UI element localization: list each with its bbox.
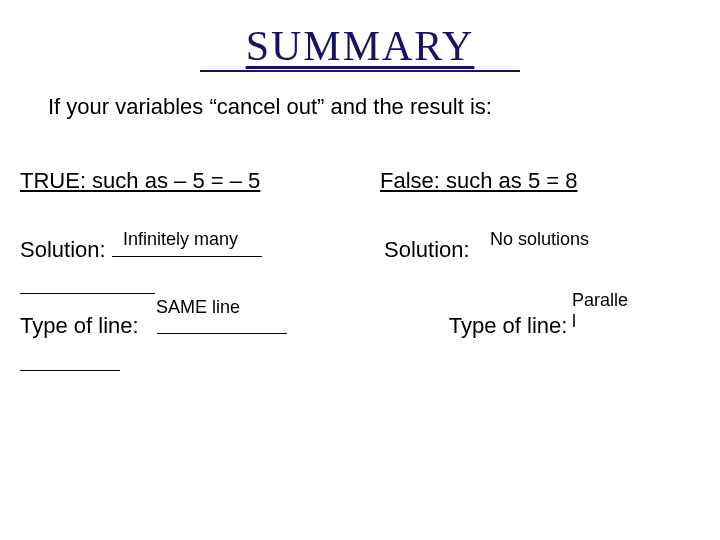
false-type-answer: Paralle l bbox=[572, 290, 628, 332]
true-solution-label: Solution: bbox=[20, 237, 106, 262]
true-heading: TRUE: such as – 5 = – 5 bbox=[20, 168, 370, 194]
false-type-label: Type of line: bbox=[449, 314, 568, 339]
false-solution-label: Solution: bbox=[384, 237, 470, 262]
true-type-label: Type of line: bbox=[20, 314, 139, 339]
slide-container: SUMMARY If your variables “cancel out” a… bbox=[0, 0, 720, 540]
false-heading: False: such as 5 = 8 bbox=[380, 168, 700, 194]
true-type-blank-cont bbox=[20, 346, 120, 371]
true-solution-answer: Infinitely many bbox=[123, 229, 238, 250]
intro-text: If your variables “cancel out” and the r… bbox=[48, 94, 720, 120]
columns: TRUE: such as – 5 = – 5 False: such as 5… bbox=[0, 168, 720, 232]
false-solution-answer: No solutions bbox=[490, 229, 589, 250]
true-type-answer: SAME line bbox=[156, 297, 240, 318]
slide-title: SUMMARY bbox=[200, 0, 520, 72]
col-false: False: such as 5 = 8 bbox=[370, 168, 700, 232]
col-true: TRUE: such as – 5 = – 5 bbox=[0, 168, 370, 232]
true-solution-blank-cont bbox=[20, 269, 155, 294]
